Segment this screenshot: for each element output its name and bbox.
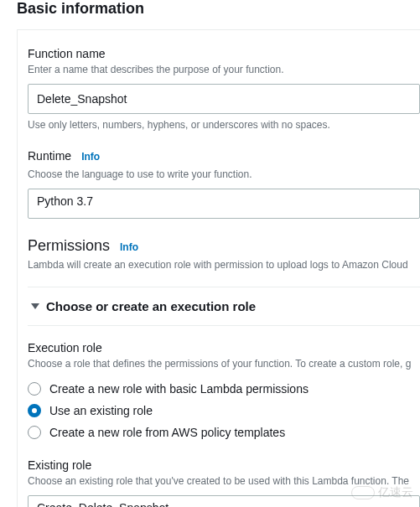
function-name-desc: Enter a name that describes the purpose … (28, 63, 420, 77)
execution-role-radio-group: Create a new role with basic Lambda perm… (28, 378, 420, 443)
runtime-select[interactable]: Python 3.7 (28, 189, 420, 219)
function-name-label: Function name (28, 47, 420, 60)
triangle-down-icon (31, 303, 39, 309)
execution-role-block: Execution role Choose a role that define… (28, 341, 420, 443)
existing-role-selected-value: Create_Delete_Snapshot (37, 501, 169, 507)
function-name-block: Function name Enter a name that describe… (28, 47, 420, 131)
runtime-desc: Choose the language to use to write your… (28, 168, 420, 182)
radio-label: Create a new role with basic Lambda perm… (49, 382, 309, 396)
existing-role-select[interactable]: Create_Delete_Snapshot (28, 495, 420, 507)
runtime-info-link[interactable]: Info (81, 151, 100, 163)
section-title: Basic information (17, 0, 420, 30)
radio-icon (28, 404, 41, 417)
permissions-desc: Lambda will create an execution role wit… (28, 258, 420, 272)
runtime-label: Runtime (28, 149, 71, 163)
function-name-constraint: Use only letters, numbers, hyphens, or u… (28, 119, 420, 131)
existing-role-block: Existing role Choose an existing role th… (28, 458, 420, 507)
radio-create-basic[interactable]: Create a new role with basic Lambda perm… (28, 378, 420, 400)
permissions-title: Permissions (28, 237, 110, 255)
runtime-block: Runtime Info Choose the language to use … (28, 149, 420, 219)
radio-use-existing[interactable]: Use an existing role (28, 400, 420, 422)
radio-create-policy[interactable]: Create a new role from AWS policy templa… (28, 422, 420, 443)
radio-icon (28, 382, 41, 396)
runtime-selected-value: Python 3.7 (37, 194, 93, 208)
execution-role-desc: Choose a role that defines the permissio… (28, 357, 420, 371)
execution-role-expander[interactable]: Choose or create an execution role (28, 287, 420, 326)
radio-label: Create a new role from AWS policy templa… (49, 426, 285, 439)
radio-label: Use an existing role (49, 404, 153, 417)
function-name-input[interactable] (28, 84, 420, 114)
permissions-block: Permissions Info Lambda will create an e… (28, 237, 420, 272)
existing-role-label: Existing role (28, 458, 420, 472)
permissions-info-link[interactable]: Info (120, 241, 138, 253)
expander-label: Choose or create an execution role (46, 299, 256, 313)
radio-icon (28, 426, 41, 439)
execution-role-label: Execution role (28, 341, 420, 354)
existing-role-desc: Choose an existing role that you've crea… (28, 474, 420, 489)
